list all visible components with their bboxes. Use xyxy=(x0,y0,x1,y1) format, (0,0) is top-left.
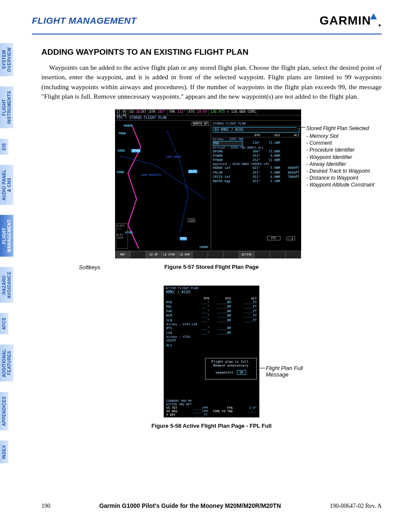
sfp-row: OPSHN309°73.0NM xyxy=(211,149,301,154)
callout-leader-line xyxy=(253,368,265,368)
footer-title: Garmin G1000 Pilot's Guide for the Moone… xyxy=(99,502,281,509)
fig58-callout: Flight Plan Full Message xyxy=(266,365,324,378)
callout-item: Memory Slot xyxy=(306,133,388,140)
callout-item: Distance to Waypoint xyxy=(306,174,388,181)
tab-appendices[interactable]: APPENDICES xyxy=(0,392,9,430)
sfp-row: TBE210°71.1NM xyxy=(211,141,301,146)
softkey xyxy=(270,251,286,258)
logo-dot: . xyxy=(378,16,382,29)
tab-flight-instruments[interactable]: FLIGHT INSTRUMENTS xyxy=(0,87,13,128)
afp-row: HVQ___°_____NM_____FT xyxy=(164,300,259,305)
map-scale: 100NM xyxy=(199,246,208,249)
ok-button[interactable]: OK xyxy=(237,370,246,375)
page-footer: 190 Garmin G1000 Pilot's Guide for the M… xyxy=(41,502,382,510)
sfp-section: Approach – KCOS-RNAV 35RGPS LPV xyxy=(211,162,301,166)
north-up-label: NORTH UP xyxy=(192,121,209,126)
softkey[interactable]: MAP xyxy=(115,251,131,258)
softkey xyxy=(193,251,208,258)
figure-5-57: Softkeys 17.9517.95 GS 161KT DTK 287° TR… xyxy=(82,109,341,270)
sfp-section: Arrival – KCOS-TBE.DBRY1.ALL xyxy=(211,146,301,149)
softkeys-callout-label: Softkeys xyxy=(79,264,100,271)
mfd-map-panel: NORTH UP HABUK YNON SHER KPUB PSHN LAKE … xyxy=(115,121,210,250)
tab-flight-management[interactable]: FLIGHT MANAGEMENT xyxy=(0,215,13,257)
sfp-row: CEGIX faf351°6.0NM7800FT xyxy=(211,175,301,179)
side-tab-strip: SYSTEM OVERVIEWFLIGHT INSTRUMENTSEISAUDI… xyxy=(0,43,21,473)
content-area: ADDING WAYPOINTS TO AN EXISTING FLIGHT P… xyxy=(41,47,382,429)
tab-system-overview[interactable]: SYSTEM OVERVIEW xyxy=(0,43,13,76)
callout-leader-line xyxy=(296,127,305,128)
garmin-wordmark: GARMIN xyxy=(320,14,371,28)
mfd-softkeys: MAPLD DPLD STARLD APRACTIVE xyxy=(115,251,301,258)
afp-row: HYS___°_____NM xyxy=(164,326,259,331)
softkey xyxy=(208,251,224,258)
sfp-row: FALUR261°5.0NM8600FT xyxy=(211,171,301,175)
active-flight-plan-panel: ACTIVE FLIGHT PLAN KMKC / KCOS DTKDISALT… xyxy=(164,286,259,417)
page-number: 190 xyxy=(41,503,50,510)
callout-item: Desired Track to Waypoint xyxy=(306,168,388,174)
afp-row: GOSIP xyxy=(164,339,259,343)
afp-section: Airway – V210. xyxy=(164,335,259,339)
sfp-selected-name: 03 KMKC / KCOS xyxy=(213,127,299,133)
softkey xyxy=(286,251,301,258)
callout-item: Waypoint Altitude Constraint xyxy=(306,181,388,188)
sfp-title: STORED FLIGHT PLAN xyxy=(211,121,301,126)
sfp-row: RW35R map351°5.1NM xyxy=(211,179,301,184)
vnv-row: V DEV_____FT xyxy=(166,413,257,417)
afp-section: Airway – V244.LAA xyxy=(164,323,259,326)
afp-row: LAA___°_____NM xyxy=(164,331,259,336)
callout-item: Comment xyxy=(306,140,388,146)
softkey[interactable]: LD APR xyxy=(177,251,193,258)
footer-rev: 190-00647-02 Rev. A xyxy=(330,503,382,510)
fig57-callout: Stored Flight Plan Selected Memory SlotC… xyxy=(306,125,388,189)
page-header: FLIGHT MANAGEMENT GARMIN . xyxy=(32,16,382,34)
tab-eis[interactable]: EIS xyxy=(0,139,9,155)
tab-additional-features[interactable]: ADDITIONAL FEATURES xyxy=(0,345,13,382)
mfd-stored-flight-plan: 17.9517.95 GS 161KT DTK 287° TRK 332° ET… xyxy=(115,109,301,258)
figure-5-58: ACTIVE FLIGHT PLAN KMKC / KCOS DTKDISALT… xyxy=(100,286,324,429)
tab-audio-panel-cns[interactable]: AUDIO PANEL & CNS xyxy=(0,165,13,205)
afp-row: SLN___°_____NM_____FT xyxy=(164,318,259,323)
callout-item: Procedure Identifier xyxy=(306,146,388,153)
callout-item: Airway Identifier xyxy=(306,161,388,168)
mfd-title: FPL – STORED FLIGHT PLAN xyxy=(115,115,301,121)
sfp-row: PYNON352°11.9NM xyxy=(211,158,301,162)
softkey[interactable]: LD STAR xyxy=(162,251,177,258)
sfp-row: HABUK iaf021°5.9NM9000FT xyxy=(211,166,301,170)
softkey xyxy=(131,251,146,258)
afp-title: ACTIVE FLIGHT PLAN xyxy=(164,286,259,290)
afp-row: ALS xyxy=(164,343,259,348)
afp-row: FAK___°_____NM_____FT xyxy=(164,309,259,314)
mfd-gauge: FLAPS///ELEVTRIM xyxy=(116,223,128,249)
tab-hazard-avoidance[interactable]: HAZARD AVOIDANCE xyxy=(0,267,13,303)
fpl-box: FPL xyxy=(267,236,280,240)
callout-title: Stored Flight Plan Selected xyxy=(306,125,388,132)
vnv-block: CURRENT VNV PR ACTIVE VNV WPT VS TGT____… xyxy=(164,399,259,417)
afp-row: HCM___°_____NM_____FT xyxy=(164,314,259,318)
stored-flight-plan-panel: STORED FLIGHT PLAN 03 KMKC / KCOS DTKDIS… xyxy=(211,121,301,250)
fig57-caption: Figure 5-57 Stored Flight Plan Page xyxy=(82,264,341,270)
vnv-row: VS TGT_____FPMFPA-3.0° xyxy=(166,406,257,410)
fig58-caption: Figure 5-58 Active Flight Plan Page - FP… xyxy=(100,423,324,429)
map-label: HABUK xyxy=(124,124,133,128)
afp-name: KMKC / KCOS xyxy=(164,290,259,294)
afp-column-header: DTKDISALT xyxy=(164,297,259,300)
garmin-delta-icon xyxy=(370,13,377,19)
sfp-row: FSHER352°9.8NM xyxy=(211,154,301,158)
sfp-section: Airway – V263.TBE xyxy=(211,137,301,141)
flight-plan-full-message: Flight plan is full. Remove unnecessary … xyxy=(205,358,257,380)
garmin-logo: GARMIN . xyxy=(320,14,382,28)
softkey xyxy=(255,251,270,258)
vnv-row: VS REQ_____FPMTIME TO TOD__:__ xyxy=(166,410,257,413)
subheading: ADDING WAYPOINTS TO AN EXISTING FLIGHT P… xyxy=(41,47,382,57)
mfd-topbar: 17.9517.95 GS 161KT DTK 287° TRK 332° ET… xyxy=(115,109,301,115)
sfp-column-header: DTKDISALT xyxy=(211,134,301,137)
tab-afcs[interactable]: AFCS xyxy=(0,313,9,334)
callout-item: Waypoint Identifier xyxy=(306,154,388,161)
softkey[interactable]: LD DP xyxy=(146,251,162,258)
afp-row: HOL___°_____NM_____FT xyxy=(164,305,259,309)
tab-index[interactable]: INDEX xyxy=(0,441,9,464)
body-paragraph: Waypoints can be added to the active fli… xyxy=(41,63,382,102)
softkey[interactable]: ACTIVE xyxy=(239,251,255,258)
softkey xyxy=(224,251,239,258)
